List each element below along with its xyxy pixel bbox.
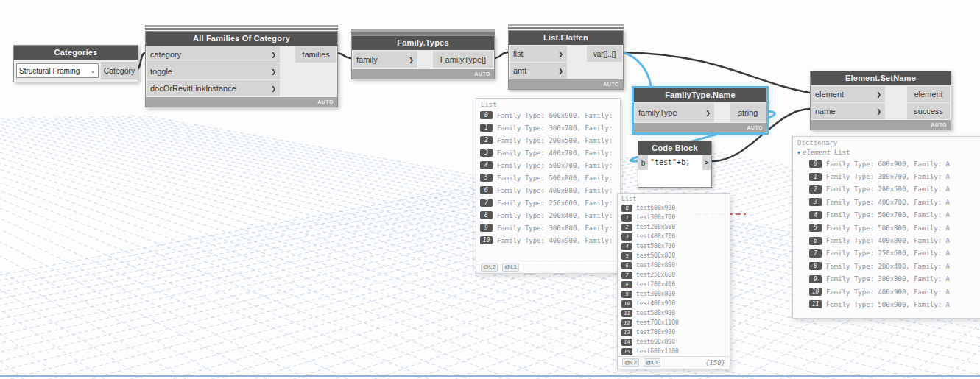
list-item-text: test200x500 [636, 224, 675, 230]
node-title[interactable]: FamilyType.Name [634, 88, 766, 102]
node-title[interactable]: Family.Types [352, 36, 494, 50]
node-familytype-name[interactable]: FamilyType.Name familyType ❯ string AUTO [633, 88, 767, 133]
list-item-text: Family Type: 300x700, Family: [497, 124, 613, 132]
input-port-list[interactable]: list ❯ [510, 46, 567, 62]
list-item: 10Family Type: 400x900, Family: A [793, 286, 980, 298]
input-port-name[interactable]: name ❯ [811, 103, 885, 119]
input-port-toggle[interactable]: toggle ❯ [147, 63, 280, 79]
output-port-familytype-array[interactable]: FamilyType[] [433, 51, 493, 68]
dictionary-key-row[interactable]: ▾ element List [793, 147, 980, 157]
dynamo-canvas[interactable]: List 0Family Type: 600x900, Family: 1Fam… [0, 0, 980, 379]
list-item-index: 6 [480, 186, 493, 194]
node-title[interactable]: All Families Of Category [146, 32, 337, 46]
port-label: Category [104, 66, 135, 75]
output-port-category[interactable]: Category [101, 62, 138, 79]
list-item: 0Family Type: 600x900, Family: [476, 109, 620, 121]
port-chevron-icon: ❯ [554, 68, 563, 74]
node-title[interactable]: List.Flatten [509, 31, 623, 45]
input-port-element[interactable]: element ❯ [811, 86, 885, 102]
collapse-arrow-icon[interactable]: ▾ [797, 149, 800, 156]
preview-bubble-name-list[interactable]: List 0test600x900 1test300x700 2test200x… [617, 193, 730, 369]
list-item-text: Family Type: 300x800, Family: [497, 224, 613, 232]
list-item-index: 0 [809, 160, 822, 168]
list-item: 11test500x900 [618, 308, 730, 318]
list-item-index: 9 [621, 291, 632, 298]
wire-familytypes-to-list[interactable] [493, 52, 508, 58]
list-item-text: Family Type: 400x700, Family: A [826, 199, 950, 206]
list-item-index: 2 [480, 136, 493, 144]
list-item-text: Family Type: 400x900, Family: A [826, 288, 950, 296]
lacing-auto[interactable]: AUTO [931, 122, 947, 127]
input-port-familytype[interactable]: familyType ❯ [635, 103, 714, 122]
node-title[interactable]: Code Block [638, 141, 711, 155]
output-port-success[interactable]: success [907, 103, 950, 119]
input-port-docorrevitlinkinstance[interactable]: docOrRevitLinkInstance ❯ [147, 80, 280, 96]
preview-title: List [618, 194, 730, 203]
list-item-text: Family Type: 200x400, Family: [497, 212, 613, 219]
list-item-text: Family Type: 200x500, Family: [497, 137, 613, 144]
node-code-block[interactable]: Code Block b "test"+b; > [638, 141, 712, 188]
list-item-text: test700x1100 [636, 319, 679, 326]
input-port-family[interactable]: family ❯ [353, 51, 417, 68]
port-label: category [150, 50, 181, 59]
level-chip-l2[interactable]: @L2 [622, 358, 639, 367]
input-port-amt[interactable]: amt ❯ [510, 63, 567, 79]
code-text[interactable]: "test"+b; [648, 155, 692, 170]
output-port-families[interactable]: families [295, 46, 336, 63]
list-item-index: 6 [621, 262, 632, 269]
port-label: var[]..[] [593, 50, 616, 58]
preview-rows: 0Family Type: 600x900, Family: A 1Family… [793, 157, 980, 318]
output-port-codeblock[interactable]: > [702, 155, 711, 170]
list-item-text: test400x800 [636, 262, 675, 269]
node-footer: AUTO [634, 123, 766, 132]
list-item-text: test700x900 [636, 329, 675, 336]
code-block-body[interactable]: b "test"+b; > [638, 155, 711, 187]
node-list-flatten[interactable]: List.Flatten list ❯ var[]..[] amt ❯ AUTO [508, 30, 624, 90]
input-port-category[interactable]: category ❯ [147, 46, 280, 63]
port-label: element [914, 90, 942, 99]
list-item: 9test300x800 [618, 289, 730, 299]
output-port-element[interactable]: element [907, 86, 950, 102]
list-item: 7test250x600 [618, 270, 730, 280]
list-item-text: Family Type: 600x900, Family: A [826, 160, 950, 168]
list-item: 3Family Type: 400x700, Family: A [793, 196, 980, 208]
lacing-auto[interactable]: AUTO [317, 99, 334, 105]
list-item-index: 10 [621, 300, 632, 308]
lacing-auto[interactable]: AUTO [747, 125, 763, 130]
list-item-index: 6 [809, 237, 822, 245]
dictionary-key-type: List [834, 149, 850, 156]
preview-bubble-flatten-list[interactable]: List 0Family Type: 600x900, Family: 1Fam… [476, 98, 621, 274]
list-item: 6test400x800 [618, 261, 730, 270]
list-item-text: Family Type: 500x700, Family: A [826, 211, 950, 219]
list-item: 6Family Type: 400x800, Family: A [793, 234, 980, 247]
port-label: docOrRevitLinkInstance [150, 84, 236, 93]
list-item-index: 15 [621, 348, 632, 355]
list-item-index: 13 [621, 329, 632, 336]
wire-families-to-family[interactable] [336, 53, 351, 58]
node-all-families-of-category[interactable]: All Families Of Category category ❯ fami… [145, 31, 338, 107]
port-label: element [815, 90, 844, 99]
list-item-index: 2 [809, 185, 822, 194]
output-port-var[interactable]: var[]..[] [587, 46, 622, 62]
list-item-index: 3 [621, 233, 632, 241]
node-element-setname[interactable]: Element.SetName element ❯ element name ❯… [810, 71, 951, 130]
level-chip-l1[interactable]: @L1 [502, 263, 519, 272]
level-chip-l1[interactable]: @L1 [644, 358, 660, 367]
output-port-string[interactable]: string [730, 103, 766, 122]
node-categories[interactable]: Categories Structural Framing ⌄ Category [13, 45, 138, 82]
input-port-b[interactable]: b [638, 155, 648, 170]
lacing-auto[interactable]: AUTO [603, 82, 619, 87]
level-chip-l2[interactable]: @L2 [481, 263, 498, 272]
category-dropdown[interactable]: Structural Framing ⌄ [16, 63, 99, 78]
list-item-text: Family Type: 400x700, Family: [497, 149, 613, 157]
preview-bubble-dictionary[interactable]: Dictionary ▾ element List 0Family Type: … [792, 136, 980, 319]
node-footer: AUTO [352, 69, 494, 79]
list-item: 2Family Type: 200x500, Family: A [793, 183, 980, 196]
node-family-types[interactable]: Family.Types family ❯ FamilyType[] AUTO [351, 35, 495, 79]
list-item: 9Family Type: 300x800, Family: A [793, 273, 980, 286]
lacing-auto[interactable]: AUTO [474, 71, 490, 77]
node-title[interactable]: Element.SetName [811, 71, 951, 85]
port-label: name [815, 107, 836, 116]
preview-levels-footer: @L2 @L1 [476, 261, 620, 273]
node-title[interactable]: Categories [14, 46, 138, 60]
